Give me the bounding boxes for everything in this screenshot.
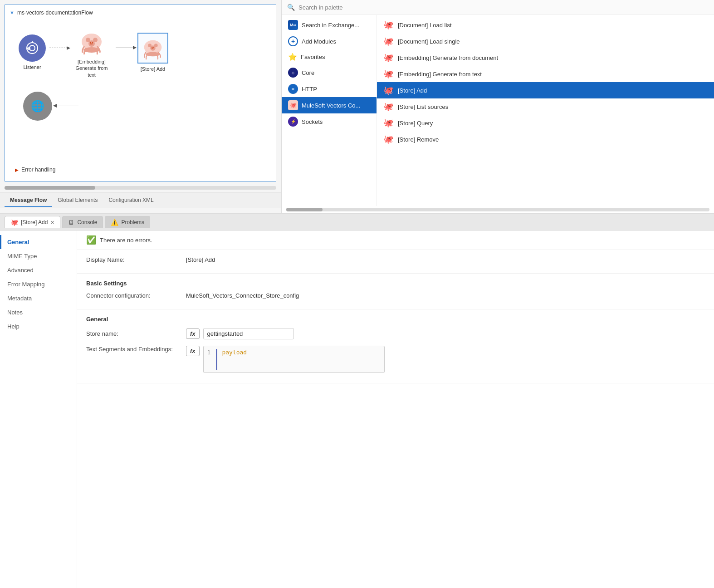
connector-config-label: Connector configuration:: [86, 292, 186, 299]
basic-settings-title: Basic Settings: [86, 280, 705, 287]
tab-configuration-xml[interactable]: Configuration XML: [103, 194, 159, 207]
bottom-listener-node[interactable]: 🌐: [23, 92, 52, 121]
palette-item-search-exchange-label: Search in Exchange...: [302, 22, 359, 29]
canvas-scrollbar[interactable]: [5, 186, 276, 190]
store-add-palette-icon: 🐙: [383, 85, 393, 95]
svg-text:M: M: [90, 41, 93, 45]
code-content[interactable]: payload: [222, 349, 247, 370]
console-tab-icon: 🖥: [68, 219, 74, 226]
http-icon: H: [288, 84, 298, 94]
error-handling-label: Error handling: [21, 167, 55, 173]
listener-node[interactable]: ⊕ Listener: [19, 34, 46, 70]
store-add-palette-label: [Store] Add: [398, 87, 427, 94]
config-panel: General MIME Type Advanced Error Mapping…: [0, 230, 714, 588]
search-input[interactable]: [298, 4, 709, 11]
core-icon: ◇: [288, 68, 298, 78]
sockets-icon: ⚡: [288, 117, 298, 127]
code-line-numbers: 1: [207, 349, 218, 370]
bottom-tab-problems[interactable]: ⚠️ Problems: [105, 216, 150, 228]
store-add-tab-close[interactable]: ✕: [50, 220, 54, 225]
store-add-tab-label: [Store] Add: [21, 219, 48, 225]
problems-tab-icon: ⚠️: [111, 219, 118, 226]
store-name-row: Store name: fx: [86, 328, 705, 339]
bottom-tab-bar: 🐙 [Store] Add ✕ 🖥 Console ⚠️ Problems: [0, 214, 714, 230]
star-icon: ⭐: [288, 53, 297, 61]
store-add-tab-icon: 🐙: [10, 219, 18, 226]
tab-message-flow[interactable]: Message Flow: [5, 194, 52, 207]
palette-right-embedding-gen-doc[interactable]: 🐙 [Embedding] Generate from document: [377, 49, 714, 66]
store-name-fx-button[interactable]: fx: [186, 328, 200, 339]
display-name-label: Display Name:: [86, 256, 186, 263]
text-segments-input-group: fx 1 payload: [186, 346, 385, 373]
store-name-input[interactable]: [203, 328, 294, 339]
connector-config-value: MuleSoft_Vectors_Connector_Store_config: [186, 292, 299, 299]
display-name-value: [Store] Add: [186, 256, 215, 263]
text-segments-row: Text Segments and Embeddings: fx 1 paylo…: [86, 346, 705, 373]
bottom-tab-store-add[interactable]: 🐙 [Store] Add ✕: [5, 216, 60, 228]
tab-global-elements[interactable]: Global Elements: [52, 194, 103, 207]
palette-right-doc-load-single[interactable]: 🐙 [Document] Load single: [377, 33, 714, 49]
flow-header: ▼ ms-vectors-documentationFlow: [10, 10, 271, 16]
embedding-gen-doc-icon: 🐙: [383, 53, 393, 63]
store-remove-label: [Store] Remove: [398, 136, 439, 143]
flow-collapse-arrow[interactable]: ▼: [10, 10, 15, 15]
palette-item-sockets-label: Sockets: [302, 118, 323, 125]
palette-right-store-remove[interactable]: 🐙 [Store] Remove: [377, 131, 714, 147]
flow-name: ms-vectors-documentationFlow: [17, 10, 93, 16]
palette-item-add-modules[interactable]: + Add Modules: [282, 33, 377, 49]
svg-text:M: M: [152, 46, 154, 50]
listener-label: Listener: [23, 64, 41, 70]
store-add-label: [Store] Add: [141, 66, 165, 72]
config-sidebar-metadata[interactable]: Metadata: [0, 291, 77, 305]
store-remove-icon: 🐙: [383, 134, 393, 144]
embedding-node[interactable]: M [Embedding] Generate from text: [71, 27, 112, 78]
palette-item-search-exchange[interactable]: M∞ Search in Exchange...: [282, 17, 377, 33]
svg-text:⊕: ⊕: [27, 46, 30, 51]
palette-item-favorites-label: Favorites: [301, 54, 325, 60]
config-sidebar-help[interactable]: Help: [0, 319, 77, 333]
palette-left-list: M∞ Search in Exchange... + Add Modules ⭐…: [282, 15, 377, 206]
text-segments-fx-button[interactable]: fx: [186, 346, 200, 356]
exchange-icon: M∞: [288, 20, 298, 30]
config-main: ✅ There are no errors. Display Name: [St…: [77, 230, 714, 588]
text-segments-label: Text Segments and Embeddings:: [86, 346, 186, 353]
connector-config-row: Connector configuration: MuleSoft_Vector…: [86, 292, 705, 299]
general-section-title: General: [86, 316, 705, 323]
palette-right-doc-load-list[interactable]: 🐙 [Document] Load list: [377, 17, 714, 33]
palette-right-store-query[interactable]: 🐙 [Store] Query: [377, 115, 714, 131]
embedding-icon: M: [77, 27, 106, 56]
bottom-globe-icon: 🌐: [23, 92, 52, 121]
palette-right-store-list-sources[interactable]: 🐙 [Store] List sources: [377, 98, 714, 115]
palette-item-favorites[interactable]: ⭐ Favorites: [282, 49, 377, 64]
palette-item-http[interactable]: H HTTP: [282, 81, 377, 97]
config-sidebar-mime-type[interactable]: MIME Type: [0, 249, 77, 263]
store-query-label: [Store] Query: [398, 120, 433, 127]
canvas-tab-bar: Message Flow Global Elements Configurati…: [0, 192, 281, 208]
store-add-node[interactable]: M [Store] Add: [137, 33, 168, 72]
palette-item-mulesoft-vectors[interactable]: 🐙 MuleSoft Vectors Co...: [282, 97, 377, 113]
text-segments-editor[interactable]: 1 payload: [203, 346, 385, 373]
config-sidebar-general[interactable]: General: [0, 235, 77, 249]
palette-scrollbar[interactable]: [286, 208, 709, 211]
line-number-1: 1: [207, 349, 211, 356]
display-name-section: Display Name: [Store] Add: [77, 250, 714, 274]
palette-right-embedding-gen-text[interactable]: 🐙 [Embedding] Generate from text: [377, 66, 714, 82]
palette-item-core-label: Core: [302, 69, 314, 76]
no-errors-bar: ✅ There are no errors.: [77, 230, 714, 250]
config-sidebar-error-mapping[interactable]: Error Mapping: [0, 277, 77, 291]
error-arrow-icon: ▶: [15, 167, 19, 172]
error-handling[interactable]: ▶ Error handling: [10, 163, 61, 176]
bottom-tab-console[interactable]: 🖥 Console: [62, 216, 103, 228]
palette-right-store-add[interactable]: 🐙 [Store] Add: [377, 82, 714, 98]
palette-item-http-label: HTTP: [302, 86, 317, 93]
config-sidebar-notes[interactable]: Notes: [0, 305, 77, 319]
palette-item-sockets[interactable]: ⚡ Sockets: [282, 113, 377, 130]
add-modules-icon: +: [288, 36, 298, 46]
store-list-sources-label: [Store] List sources: [398, 103, 448, 110]
doc-load-single-label: [Document] Load single: [398, 38, 460, 45]
palette-search-bar: 🔍: [282, 0, 714, 15]
config-sidebar-advanced[interactable]: Advanced: [0, 263, 77, 277]
back-arrow: [52, 106, 82, 106]
doc-load-list-icon: 🐙: [383, 20, 393, 30]
palette-item-core[interactable]: ◇ Core: [282, 64, 377, 81]
